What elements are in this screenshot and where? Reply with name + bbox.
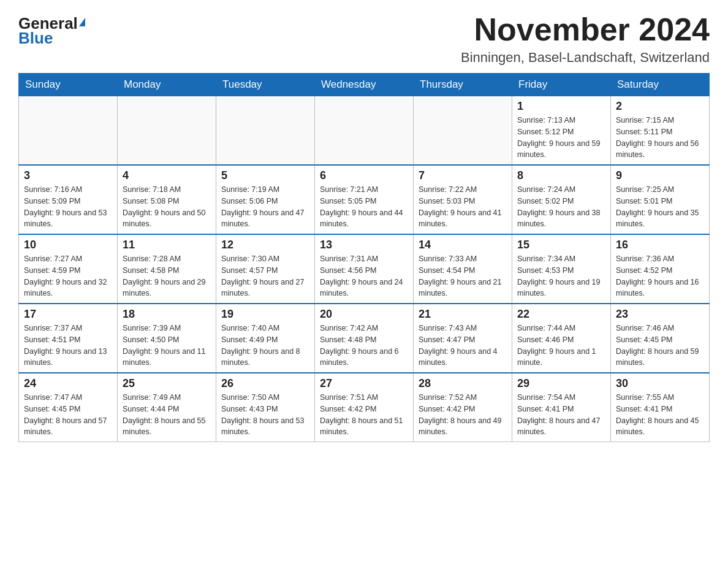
cell-sun-info: Sunrise: 7:39 AMSunset: 4:50 PMDaylight:… bbox=[123, 323, 211, 369]
calendar-cell: 8Sunrise: 7:24 AMSunset: 5:02 PMDaylight… bbox=[512, 165, 611, 234]
cell-day-number: 5 bbox=[221, 169, 309, 182]
calendar-cell: 30Sunrise: 7:55 AMSunset: 4:41 PMDayligh… bbox=[611, 373, 710, 442]
logo-triangle-icon bbox=[79, 18, 85, 26]
cell-day-number: 28 bbox=[419, 377, 507, 390]
cell-day-number: 3 bbox=[24, 169, 112, 182]
cell-day-number: 29 bbox=[517, 377, 605, 390]
cell-sun-info: Sunrise: 7:31 AMSunset: 4:56 PMDaylight:… bbox=[320, 253, 408, 299]
cell-sun-info: Sunrise: 7:54 AMSunset: 4:41 PMDaylight:… bbox=[517, 392, 605, 438]
page-header: General Blue November 2024 Binningen, Ba… bbox=[18, 12, 710, 66]
cell-sun-info: Sunrise: 7:44 AMSunset: 4:46 PMDaylight:… bbox=[517, 323, 605, 369]
cell-day-number: 23 bbox=[616, 308, 704, 321]
cell-sun-info: Sunrise: 7:22 AMSunset: 5:03 PMDaylight:… bbox=[419, 184, 507, 230]
calendar-cell: 11Sunrise: 7:28 AMSunset: 4:58 PMDayligh… bbox=[118, 234, 216, 304]
cell-day-number: 21 bbox=[419, 308, 507, 321]
cell-sun-info: Sunrise: 7:50 AMSunset: 4:43 PMDaylight:… bbox=[221, 392, 309, 438]
cell-sun-info: Sunrise: 7:49 AMSunset: 4:44 PMDaylight:… bbox=[123, 392, 211, 438]
calendar-cell bbox=[19, 96, 118, 166]
calendar-cell: 13Sunrise: 7:31 AMSunset: 4:56 PMDayligh… bbox=[315, 234, 414, 304]
calendar-cell: 10Sunrise: 7:27 AMSunset: 4:59 PMDayligh… bbox=[19, 234, 118, 304]
cell-day-number: 25 bbox=[123, 377, 211, 390]
cell-sun-info: Sunrise: 7:16 AMSunset: 5:09 PMDaylight:… bbox=[24, 184, 112, 230]
calendar-cell: 25Sunrise: 7:49 AMSunset: 4:44 PMDayligh… bbox=[118, 373, 216, 442]
calendar-cell: 27Sunrise: 7:51 AMSunset: 4:42 PMDayligh… bbox=[315, 373, 414, 442]
cell-sun-info: Sunrise: 7:34 AMSunset: 4:53 PMDaylight:… bbox=[517, 253, 605, 299]
cell-day-number: 9 bbox=[616, 169, 704, 182]
cell-day-number: 26 bbox=[221, 377, 309, 390]
calendar-cell: 22Sunrise: 7:44 AMSunset: 4:46 PMDayligh… bbox=[512, 304, 611, 373]
calendar-cell: 14Sunrise: 7:33 AMSunset: 4:54 PMDayligh… bbox=[414, 234, 512, 304]
calendar-cell: 4Sunrise: 7:18 AMSunset: 5:08 PMDaylight… bbox=[118, 165, 216, 234]
cell-sun-info: Sunrise: 7:55 AMSunset: 4:41 PMDaylight:… bbox=[616, 392, 704, 438]
cell-sun-info: Sunrise: 7:28 AMSunset: 4:58 PMDaylight:… bbox=[123, 253, 211, 299]
cell-day-number: 8 bbox=[517, 169, 605, 182]
calendar-cell bbox=[414, 96, 512, 166]
cell-sun-info: Sunrise: 7:18 AMSunset: 5:08 PMDaylight:… bbox=[123, 184, 211, 230]
calendar-table: SundayMondayTuesdayWednesdayThursdayFrid… bbox=[18, 73, 710, 442]
cell-day-number: 27 bbox=[320, 377, 408, 390]
cell-day-number: 1 bbox=[517, 100, 605, 113]
cell-sun-info: Sunrise: 7:47 AMSunset: 4:45 PMDaylight:… bbox=[24, 392, 112, 438]
weekday-header-sunday: Sunday bbox=[19, 74, 118, 96]
cell-sun-info: Sunrise: 7:52 AMSunset: 4:42 PMDaylight:… bbox=[419, 392, 507, 438]
calendar-cell: 2Sunrise: 7:15 AMSunset: 5:11 PMDaylight… bbox=[611, 96, 710, 166]
weekday-header-tuesday: Tuesday bbox=[216, 74, 315, 96]
cell-day-number: 6 bbox=[320, 169, 408, 182]
weekday-header-thursday: Thursday bbox=[414, 74, 512, 96]
calendar-cell: 17Sunrise: 7:37 AMSunset: 4:51 PMDayligh… bbox=[19, 304, 118, 373]
calendar-cell: 20Sunrise: 7:42 AMSunset: 4:48 PMDayligh… bbox=[315, 304, 414, 373]
cell-sun-info: Sunrise: 7:21 AMSunset: 5:05 PMDaylight:… bbox=[320, 184, 408, 230]
cell-day-number: 4 bbox=[123, 169, 211, 182]
cell-day-number: 30 bbox=[616, 377, 704, 390]
cell-sun-info: Sunrise: 7:15 AMSunset: 5:11 PMDaylight:… bbox=[616, 115, 704, 161]
cell-sun-info: Sunrise: 7:13 AMSunset: 5:12 PMDaylight:… bbox=[517, 115, 605, 161]
cell-sun-info: Sunrise: 7:43 AMSunset: 4:47 PMDaylight:… bbox=[419, 323, 507, 369]
calendar-cell: 3Sunrise: 7:16 AMSunset: 5:09 PMDaylight… bbox=[19, 165, 118, 234]
cell-day-number: 16 bbox=[616, 239, 704, 251]
calendar-cell: 5Sunrise: 7:19 AMSunset: 5:06 PMDaylight… bbox=[216, 165, 315, 234]
calendar-cell: 23Sunrise: 7:46 AMSunset: 4:45 PMDayligh… bbox=[611, 304, 710, 373]
cell-sun-info: Sunrise: 7:40 AMSunset: 4:49 PMDaylight:… bbox=[221, 323, 309, 369]
cell-sun-info: Sunrise: 7:25 AMSunset: 5:01 PMDaylight:… bbox=[616, 184, 704, 230]
logo: General Blue bbox=[18, 12, 85, 46]
cell-day-number: 7 bbox=[419, 169, 507, 182]
month-title: November 2024 bbox=[461, 12, 710, 47]
cell-sun-info: Sunrise: 7:36 AMSunset: 4:52 PMDaylight:… bbox=[616, 253, 704, 299]
calendar-cell: 19Sunrise: 7:40 AMSunset: 4:49 PMDayligh… bbox=[216, 304, 315, 373]
cell-day-number: 14 bbox=[419, 239, 507, 251]
cell-sun-info: Sunrise: 7:24 AMSunset: 5:02 PMDaylight:… bbox=[517, 184, 605, 230]
calendar-cell: 6Sunrise: 7:21 AMSunset: 5:05 PMDaylight… bbox=[315, 165, 414, 234]
title-block: November 2024 Binningen, Basel-Landschaf… bbox=[461, 12, 710, 66]
calendar-week-row: 1Sunrise: 7:13 AMSunset: 5:12 PMDaylight… bbox=[19, 96, 710, 166]
cell-day-number: 13 bbox=[320, 239, 408, 251]
cell-day-number: 12 bbox=[221, 239, 309, 251]
calendar-cell: 26Sunrise: 7:50 AMSunset: 4:43 PMDayligh… bbox=[216, 373, 315, 442]
cell-sun-info: Sunrise: 7:27 AMSunset: 4:59 PMDaylight:… bbox=[24, 253, 112, 299]
calendar-cell: 12Sunrise: 7:30 AMSunset: 4:57 PMDayligh… bbox=[216, 234, 315, 304]
calendar-cell: 1Sunrise: 7:13 AMSunset: 5:12 PMDaylight… bbox=[512, 96, 611, 166]
weekday-header-row: SundayMondayTuesdayWednesdayThursdayFrid… bbox=[19, 74, 710, 96]
cell-sun-info: Sunrise: 7:46 AMSunset: 4:45 PMDaylight:… bbox=[616, 323, 704, 369]
calendar-cell: 18Sunrise: 7:39 AMSunset: 4:50 PMDayligh… bbox=[118, 304, 216, 373]
calendar-cell: 7Sunrise: 7:22 AMSunset: 5:03 PMDaylight… bbox=[414, 165, 512, 234]
cell-sun-info: Sunrise: 7:30 AMSunset: 4:57 PMDaylight:… bbox=[221, 253, 309, 299]
cell-day-number: 19 bbox=[221, 308, 309, 321]
cell-day-number: 11 bbox=[123, 239, 211, 251]
calendar-cell bbox=[216, 96, 315, 166]
cell-sun-info: Sunrise: 7:33 AMSunset: 4:54 PMDaylight:… bbox=[419, 253, 507, 299]
weekday-header-friday: Friday bbox=[512, 74, 611, 96]
calendar-cell bbox=[315, 96, 414, 166]
cell-sun-info: Sunrise: 7:37 AMSunset: 4:51 PMDaylight:… bbox=[24, 323, 112, 369]
calendar-week-row: 24Sunrise: 7:47 AMSunset: 4:45 PMDayligh… bbox=[19, 373, 710, 442]
cell-sun-info: Sunrise: 7:51 AMSunset: 4:42 PMDaylight:… bbox=[320, 392, 408, 438]
weekday-header-wednesday: Wednesday bbox=[315, 74, 414, 96]
calendar-cell: 15Sunrise: 7:34 AMSunset: 4:53 PMDayligh… bbox=[512, 234, 611, 304]
cell-day-number: 17 bbox=[24, 308, 112, 321]
calendar-cell: 9Sunrise: 7:25 AMSunset: 5:01 PMDaylight… bbox=[611, 165, 710, 234]
cell-day-number: 24 bbox=[24, 377, 112, 390]
calendar-week-row: 17Sunrise: 7:37 AMSunset: 4:51 PMDayligh… bbox=[19, 304, 710, 373]
cell-day-number: 15 bbox=[517, 239, 605, 251]
calendar-week-row: 10Sunrise: 7:27 AMSunset: 4:59 PMDayligh… bbox=[19, 234, 710, 304]
cell-sun-info: Sunrise: 7:42 AMSunset: 4:48 PMDaylight:… bbox=[320, 323, 408, 369]
weekday-header-saturday: Saturday bbox=[611, 74, 710, 96]
